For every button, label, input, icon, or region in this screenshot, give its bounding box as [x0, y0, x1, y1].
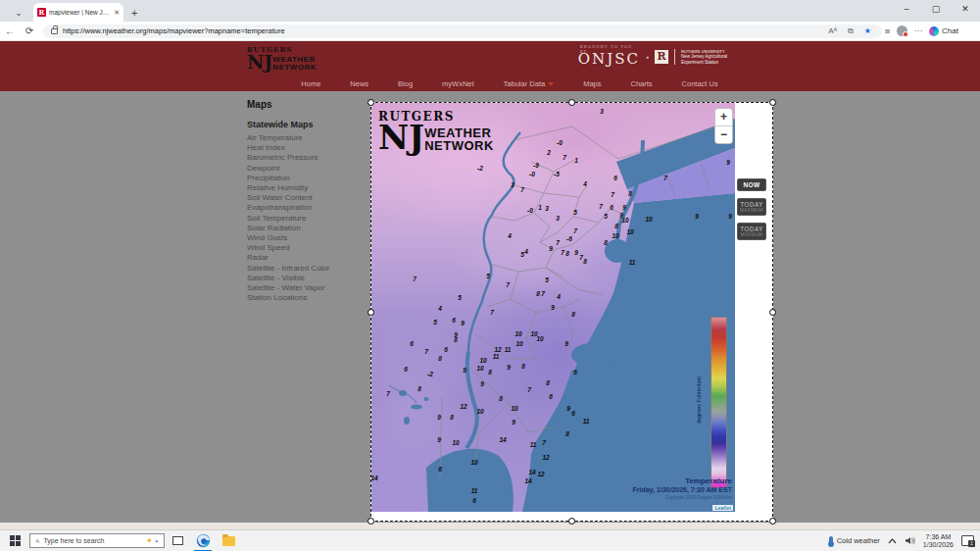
taskbar-weather-widget[interactable]: Cold weather — [829, 536, 880, 546]
station-temp-value: 7 — [527, 386, 531, 393]
address-bar[interactable]: https://www.njweather.org/maps/mapviewer… — [43, 25, 882, 38]
sidebar-item-solar-radiation[interactable]: Solar Radiation — [247, 224, 365, 233]
station-temp-value: 12 — [537, 471, 544, 477]
split-screen-icon[interactable]: ⧈ — [882, 26, 893, 36]
nav-link-tabular-data[interactable]: Tabular Data — [504, 79, 555, 88]
sidebar-item-satellite-infrared-color[interactable]: Satellite - Infrared Color — [247, 264, 365, 274]
sidebar-item-satellite-water-vapor[interactable]: Satellite - Water Vapor — [247, 283, 365, 293]
edge-icon — [196, 533, 211, 548]
start-button[interactable] — [0, 530, 29, 551]
station-temp-value: 7 — [599, 203, 603, 210]
window-maximize-button[interactable]: ▢ — [921, 0, 951, 20]
sidebar-item-air-temperature[interactable]: Air Temperature — [247, 133, 365, 143]
tab-search-chevron-icon[interactable]: ⌄ — [8, 4, 29, 22]
selection-handle-bottom-mid[interactable] — [568, 518, 575, 525]
selection-handle-top-left[interactable] — [368, 99, 374, 106]
sidebar-item-wind-gusts[interactable]: Wind Gusts — [247, 233, 365, 243]
station-temp-value: 9 — [564, 340, 568, 347]
station-temp-value: 8 — [571, 311, 575, 318]
selection-handle-bottom-right[interactable] — [769, 518, 776, 525]
station-temp-value: -2 — [477, 165, 483, 172]
sidebar-item-evapotranspiration[interactable]: Evapotranspiration — [247, 203, 365, 213]
back-button[interactable]: ← — [0, 25, 20, 36]
taskbar-clock[interactable]: 7:36 AM 1/30/2026 — [923, 533, 954, 549]
lock-icon[interactable] — [51, 28, 58, 34]
nav-link-charts[interactable]: Charts — [630, 79, 652, 88]
task-view-button[interactable] — [165, 530, 190, 551]
read-aloud-icon[interactable]: Aᴬ — [825, 26, 840, 35]
new-tab-button[interactable]: + — [131, 7, 137, 19]
url-text[interactable]: https://www.njweather.org/maps/mapviewer… — [63, 26, 820, 35]
selection-handle-mid-left[interactable] — [368, 309, 374, 316]
sidebar-item-wind-speed[interactable]: Wind Speed — [247, 243, 365, 253]
station-temp-value: 14 — [524, 477, 531, 484]
sidebar-item-precipitation[interactable]: Precipitation — [247, 174, 365, 183]
station-temp-value: 7 — [563, 154, 566, 161]
nav-link-mywxnet[interactable]: myWxNet — [442, 79, 474, 88]
nav-link-news[interactable]: News — [350, 79, 368, 88]
sidebar-item-relative-humidity[interactable]: Relative Humidity — [247, 183, 365, 193]
njwxnet-logo[interactable]: RUTGERS NJ WEATHER NETWORK — [247, 45, 317, 72]
station-temp-value: 10 — [621, 217, 628, 224]
zoom-in-button[interactable]: + — [715, 109, 732, 126]
time-button-today-maximum[interactable]: TODAYMAXIMUM — [737, 198, 766, 216]
map-selection-frame[interactable]: RUTGERS NJ WEATHER NETWORK 3-0271-9-0-5-… — [370, 102, 773, 522]
profile-avatar[interactable] — [897, 25, 907, 36]
sidebar-item-heat-index[interactable]: Heat Index — [247, 143, 365, 153]
station-temp-value: 9 — [622, 204, 626, 211]
tab-close-icon[interactable]: ✕ — [114, 9, 120, 17]
copilot-chat-button[interactable]: Chat — [929, 26, 958, 36]
taskbar-search-input[interactable]: ⌕ Type here to search ✦ ✦ — [29, 533, 165, 548]
station-temp-value: 1 — [538, 204, 542, 211]
station-temp-value: 14 — [528, 469, 535, 476]
nav-link-blog[interactable]: Blog — [398, 79, 413, 88]
station-temp-value: 11 — [505, 346, 512, 353]
selection-handle-top-right[interactable] — [769, 99, 776, 106]
station-temp-value: 7 — [561, 249, 564, 256]
station-temp-value: 3 — [511, 181, 514, 188]
task-view-icon — [172, 536, 183, 545]
immersive-reader-icon[interactable]: ⧉ — [845, 26, 857, 36]
leaflet-map[interactable]: RUTGERS NJ WEATHER NETWORK 3-0271-9-0-5-… — [371, 103, 735, 512]
sidebar-item-soil-water-content[interactable]: Soil Water Content — [247, 193, 365, 203]
action-center-button[interactable]: 1 — [961, 535, 974, 546]
sidebar-item-barometric-pressure[interactable]: Barometric Pressure — [247, 153, 365, 163]
sidebar-item-station-locations[interactable]: Station Locations — [247, 293, 365, 303]
station-temp-value: 6 — [444, 346, 448, 353]
zoom-out-button[interactable]: − — [715, 126, 732, 144]
station-temp-value: 10 — [612, 232, 618, 239]
browser-tab[interactable]: R mapviewer | New Jersey Weather … ✕ — [33, 3, 123, 22]
window-minimize-button[interactable]: – — [892, 0, 921, 20]
station-temp-value: 7 — [506, 281, 510, 288]
file-explorer-button[interactable] — [216, 530, 241, 551]
volume-icon[interactable] — [905, 536, 915, 545]
tray-chevron-up-icon[interactable] — [888, 538, 897, 544]
sidebar-item-soil-temperature[interactable]: Soil Temperature — [247, 214, 365, 224]
window-close-button[interactable]: ✕ — [951, 0, 980, 20]
station-temp-value: 9 — [463, 367, 466, 374]
selection-handle-top-mid[interactable] — [568, 99, 575, 106]
rutgers-r-icon: R — [655, 50, 668, 64]
selection-handle-mid-right[interactable] — [769, 309, 776, 316]
selection-handle-bottom-left[interactable] — [368, 518, 374, 525]
station-temp-value: 8 — [614, 223, 618, 229]
nav-link-maps[interactable]: Maps — [583, 79, 601, 88]
station-temp-value: 6 — [573, 369, 577, 376]
nav-link-home[interactable]: Home — [301, 79, 320, 88]
sidebar-title: Maps — [247, 99, 365, 110]
refresh-button[interactable]: ⟳ — [20, 25, 39, 36]
edge-taskbar-button[interactable] — [190, 530, 216, 551]
settings-menu-icon[interactable]: ⋯ — [911, 26, 925, 35]
sidebar-item-dewpoint[interactable]: Dewpoint — [247, 164, 365, 174]
sidebar-item-satellite-visible[interactable]: Satellite - Visible — [247, 274, 365, 283]
favorite-star-icon[interactable]: ★ — [861, 26, 874, 35]
sidebar-item-radar[interactable]: Radar — [247, 253, 365, 263]
station-temp-value: 3 — [600, 108, 604, 115]
leaflet-attribution-link[interactable]: Leaflet — [712, 505, 733, 511]
time-button-today-minimum[interactable]: TODAYMINIMUM — [737, 223, 766, 240]
station-temp-value: 7 — [490, 309, 494, 316]
station-temp-value: 7 — [520, 186, 524, 193]
time-button-now[interactable]: NOW — [737, 178, 766, 191]
nav-link-contact-us[interactable]: Contact Us — [682, 79, 718, 88]
station-temp-value: 8 — [628, 190, 632, 197]
